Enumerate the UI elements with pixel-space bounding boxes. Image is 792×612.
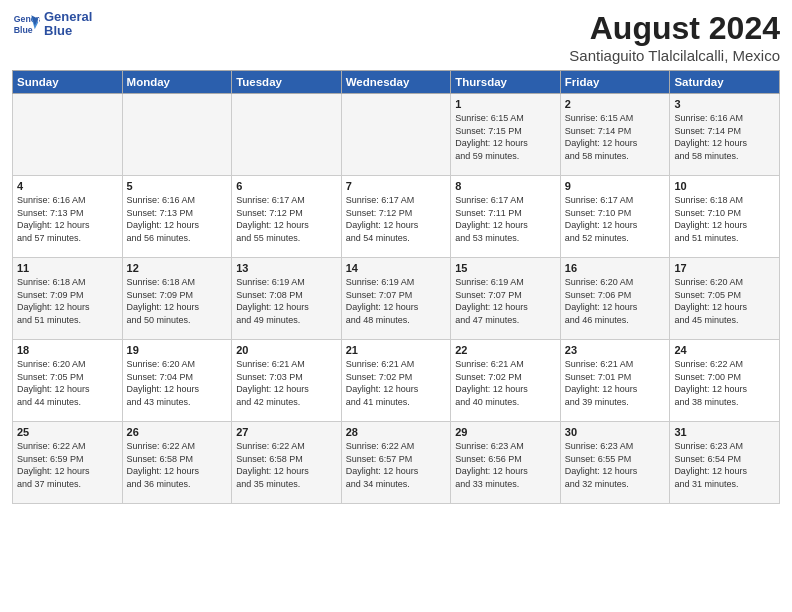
day-number: 28 — [346, 426, 447, 438]
day-number: 6 — [236, 180, 337, 192]
day-info: Sunrise: 6:21 AM Sunset: 7:02 PM Dayligh… — [455, 358, 556, 408]
calendar-cell: 21Sunrise: 6:21 AM Sunset: 7:02 PM Dayli… — [341, 340, 451, 422]
header-friday: Friday — [560, 71, 670, 94]
calendar-cell: 16Sunrise: 6:20 AM Sunset: 7:06 PM Dayli… — [560, 258, 670, 340]
day-number: 5 — [127, 180, 228, 192]
calendar-cell: 19Sunrise: 6:20 AM Sunset: 7:04 PM Dayli… — [122, 340, 232, 422]
day-number: 27 — [236, 426, 337, 438]
calendar-week-1: 4Sunrise: 6:16 AM Sunset: 7:13 PM Daylig… — [13, 176, 780, 258]
header-sunday: Sunday — [13, 71, 123, 94]
calendar-cell: 6Sunrise: 6:17 AM Sunset: 7:12 PM Daylig… — [232, 176, 342, 258]
calendar-cell: 2Sunrise: 6:15 AM Sunset: 7:14 PM Daylig… — [560, 94, 670, 176]
calendar-cell: 30Sunrise: 6:23 AM Sunset: 6:55 PM Dayli… — [560, 422, 670, 504]
day-number: 10 — [674, 180, 775, 192]
calendar-cell: 25Sunrise: 6:22 AM Sunset: 6:59 PM Dayli… — [13, 422, 123, 504]
calendar-cell: 1Sunrise: 6:15 AM Sunset: 7:15 PM Daylig… — [451, 94, 561, 176]
day-number: 20 — [236, 344, 337, 356]
title-block: August 2024 Santiaguito Tlalcilalcalli, … — [569, 10, 780, 64]
day-number: 30 — [565, 426, 666, 438]
day-info: Sunrise: 6:18 AM Sunset: 7:10 PM Dayligh… — [674, 194, 775, 244]
calendar-cell: 28Sunrise: 6:22 AM Sunset: 6:57 PM Dayli… — [341, 422, 451, 504]
calendar-week-0: 1Sunrise: 6:15 AM Sunset: 7:15 PM Daylig… — [13, 94, 780, 176]
calendar-cell: 23Sunrise: 6:21 AM Sunset: 7:01 PM Dayli… — [560, 340, 670, 422]
day-number: 21 — [346, 344, 447, 356]
day-info: Sunrise: 6:23 AM Sunset: 6:55 PM Dayligh… — [565, 440, 666, 490]
calendar-cell: 11Sunrise: 6:18 AM Sunset: 7:09 PM Dayli… — [13, 258, 123, 340]
day-number: 19 — [127, 344, 228, 356]
calendar-cell: 17Sunrise: 6:20 AM Sunset: 7:05 PM Dayli… — [670, 258, 780, 340]
day-info: Sunrise: 6:19 AM Sunset: 7:08 PM Dayligh… — [236, 276, 337, 326]
calendar-cell: 4Sunrise: 6:16 AM Sunset: 7:13 PM Daylig… — [13, 176, 123, 258]
header-tuesday: Tuesday — [232, 71, 342, 94]
logo-line2: Blue — [44, 24, 92, 38]
calendar-week-3: 18Sunrise: 6:20 AM Sunset: 7:05 PM Dayli… — [13, 340, 780, 422]
calendar-cell — [122, 94, 232, 176]
day-info: Sunrise: 6:15 AM Sunset: 7:14 PM Dayligh… — [565, 112, 666, 162]
calendar-week-2: 11Sunrise: 6:18 AM Sunset: 7:09 PM Dayli… — [13, 258, 780, 340]
header-monday: Monday — [122, 71, 232, 94]
day-number: 18 — [17, 344, 118, 356]
calendar-cell: 12Sunrise: 6:18 AM Sunset: 7:09 PM Dayli… — [122, 258, 232, 340]
day-info: Sunrise: 6:17 AM Sunset: 7:12 PM Dayligh… — [346, 194, 447, 244]
header-saturday: Saturday — [670, 71, 780, 94]
day-number: 16 — [565, 262, 666, 274]
day-number: 1 — [455, 98, 556, 110]
day-info: Sunrise: 6:17 AM Sunset: 7:12 PM Dayligh… — [236, 194, 337, 244]
day-info: Sunrise: 6:17 AM Sunset: 7:11 PM Dayligh… — [455, 194, 556, 244]
logo-icon: General Blue — [12, 10, 40, 38]
page-container: General Blue General Blue August 2024 Sa… — [0, 0, 792, 512]
calendar-cell: 14Sunrise: 6:19 AM Sunset: 7:07 PM Dayli… — [341, 258, 451, 340]
day-info: Sunrise: 6:15 AM Sunset: 7:15 PM Dayligh… — [455, 112, 556, 162]
calendar-cell: 18Sunrise: 6:20 AM Sunset: 7:05 PM Dayli… — [13, 340, 123, 422]
calendar-cell: 22Sunrise: 6:21 AM Sunset: 7:02 PM Dayli… — [451, 340, 561, 422]
logo-text-block: General Blue — [44, 10, 92, 39]
calendar-cell: 10Sunrise: 6:18 AM Sunset: 7:10 PM Dayli… — [670, 176, 780, 258]
day-number: 9 — [565, 180, 666, 192]
day-number: 15 — [455, 262, 556, 274]
day-info: Sunrise: 6:17 AM Sunset: 7:10 PM Dayligh… — [565, 194, 666, 244]
calendar-cell: 20Sunrise: 6:21 AM Sunset: 7:03 PM Dayli… — [232, 340, 342, 422]
day-number: 22 — [455, 344, 556, 356]
day-number: 25 — [17, 426, 118, 438]
sub-title: Santiaguito Tlalcilalcalli, Mexico — [569, 47, 780, 64]
calendar-cell: 7Sunrise: 6:17 AM Sunset: 7:12 PM Daylig… — [341, 176, 451, 258]
day-info: Sunrise: 6:21 AM Sunset: 7:02 PM Dayligh… — [346, 358, 447, 408]
calendar-cell: 24Sunrise: 6:22 AM Sunset: 7:00 PM Dayli… — [670, 340, 780, 422]
calendar-cell — [341, 94, 451, 176]
day-info: Sunrise: 6:19 AM Sunset: 7:07 PM Dayligh… — [346, 276, 447, 326]
day-number: 3 — [674, 98, 775, 110]
day-number: 26 — [127, 426, 228, 438]
day-info: Sunrise: 6:20 AM Sunset: 7:05 PM Dayligh… — [674, 276, 775, 326]
day-number: 14 — [346, 262, 447, 274]
day-info: Sunrise: 6:22 AM Sunset: 6:57 PM Dayligh… — [346, 440, 447, 490]
day-number: 4 — [17, 180, 118, 192]
day-number: 8 — [455, 180, 556, 192]
day-info: Sunrise: 6:21 AM Sunset: 7:01 PM Dayligh… — [565, 358, 666, 408]
day-info: Sunrise: 6:22 AM Sunset: 6:58 PM Dayligh… — [236, 440, 337, 490]
calendar-cell: 5Sunrise: 6:16 AM Sunset: 7:13 PM Daylig… — [122, 176, 232, 258]
day-number: 7 — [346, 180, 447, 192]
day-info: Sunrise: 6:18 AM Sunset: 7:09 PM Dayligh… — [127, 276, 228, 326]
calendar-cell: 3Sunrise: 6:16 AM Sunset: 7:14 PM Daylig… — [670, 94, 780, 176]
day-info: Sunrise: 6:19 AM Sunset: 7:07 PM Dayligh… — [455, 276, 556, 326]
calendar-week-4: 25Sunrise: 6:22 AM Sunset: 6:59 PM Dayli… — [13, 422, 780, 504]
day-info: Sunrise: 6:23 AM Sunset: 6:54 PM Dayligh… — [674, 440, 775, 490]
calendar-cell: 26Sunrise: 6:22 AM Sunset: 6:58 PM Dayli… — [122, 422, 232, 504]
day-number: 13 — [236, 262, 337, 274]
logo: General Blue General Blue — [12, 10, 92, 39]
main-title: August 2024 — [569, 10, 780, 47]
day-number: 12 — [127, 262, 228, 274]
calendar-cell: 29Sunrise: 6:23 AM Sunset: 6:56 PM Dayli… — [451, 422, 561, 504]
day-number: 17 — [674, 262, 775, 274]
day-info: Sunrise: 6:16 AM Sunset: 7:14 PM Dayligh… — [674, 112, 775, 162]
calendar-cell: 8Sunrise: 6:17 AM Sunset: 7:11 PM Daylig… — [451, 176, 561, 258]
header-wednesday: Wednesday — [341, 71, 451, 94]
calendar-cell: 13Sunrise: 6:19 AM Sunset: 7:08 PM Dayli… — [232, 258, 342, 340]
day-info: Sunrise: 6:16 AM Sunset: 7:13 PM Dayligh… — [17, 194, 118, 244]
day-info: Sunrise: 6:16 AM Sunset: 7:13 PM Dayligh… — [127, 194, 228, 244]
day-info: Sunrise: 6:22 AM Sunset: 7:00 PM Dayligh… — [674, 358, 775, 408]
day-info: Sunrise: 6:22 AM Sunset: 6:58 PM Dayligh… — [127, 440, 228, 490]
day-info: Sunrise: 6:21 AM Sunset: 7:03 PM Dayligh… — [236, 358, 337, 408]
day-number: 24 — [674, 344, 775, 356]
header-row: Sunday Monday Tuesday Wednesday Thursday… — [13, 71, 780, 94]
